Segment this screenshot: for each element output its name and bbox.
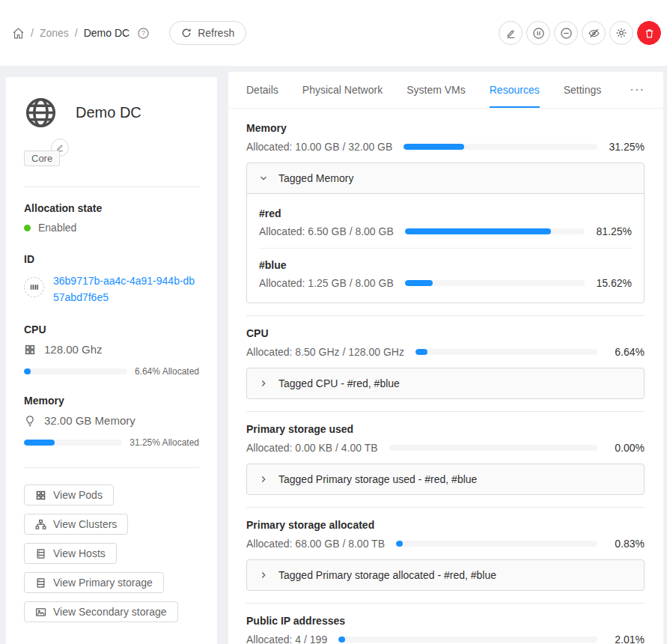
breadcrumb: / Zones / Demo DC ? Refresh [12,21,246,45]
allocation-row: Allocated: 68.00 GB / 8.00 TB 0.83% [246,538,645,550]
cpu-progress-bar [415,349,597,355]
tagged-storage-allocated-header[interactable]: Tagged Primary storage allocated - #red,… [247,560,644,590]
tab-settings[interactable]: Settings [564,72,602,108]
database-icon [35,548,46,559]
cluster-icon [35,519,46,530]
zone-id-link[interactable]: 36b9717b-aa4c-4a91-944b-db57abd7f6e5 [53,273,199,306]
red-progress-bar [405,228,585,234]
memory-percent-label: 31.25% Allocated [130,437,199,448]
zone-tags: Core [24,140,199,173]
resources-content: Memory Allocated: 10.00 GB / 32.00 GB 31… [228,109,663,644]
divider [24,186,199,187]
home-icon[interactable] [12,27,25,40]
button-label: View Primary storage [53,577,153,589]
zone-summary-card: Demo DC Core Allocation state Enabled ID… [6,77,217,644]
memory-progress [24,440,122,446]
hdd-icon [35,577,46,589]
section-title: Primary storage allocated [246,519,645,531]
breadcrumb-zones[interactable]: Zones [40,27,69,39]
allocation-text: Allocated: 4 / 199 [246,634,327,644]
tagged-storage-allocated-panel: Tagged Primary storage allocated - #red,… [246,559,645,591]
barcode-icon [24,277,44,297]
zone-head: Demo DC [24,96,199,130]
button-label: View Hosts [53,547,106,559]
edit-icon [505,28,517,39]
view-secondary-storage-button[interactable]: View Secondary storage [24,601,178,622]
cpu-value: 128.00 Ghz [44,343,103,356]
minus-circle-icon [560,27,573,40]
top-bar: / Zones / Demo DC ? Refresh [0,0,667,66]
allocation-row: Allocated: 0.00 KB / 4.00 TB 0.00% [246,442,645,454]
question-circle-icon[interactable]: ? [137,27,150,40]
allocation-text: Allocated: 0.00 KB / 4.00 TB [246,442,378,454]
divider [246,315,645,316]
refresh-button[interactable]: Refresh [169,21,246,45]
tab-system-vms[interactable]: System VMs [406,72,466,108]
allocation-state-value: Enabled [38,222,76,234]
allocation-text: Allocated: 1.25 GB / 8.00 GB [259,277,394,289]
chevron-down-icon [259,174,268,183]
edit-button[interactable] [499,21,523,45]
tab-bar: Details Physical Network System VMs Reso… [228,72,663,109]
tabs-more-button[interactable]: ··· [630,84,645,96]
memory-value: 32.00 GB Memory [44,414,135,427]
button-label: View Secondary storage [53,606,167,618]
appstore-icon [24,344,36,356]
section-title: Public IP addresses [246,615,645,627]
allocation-row: Allocated: 1.25 GB / 8.00 GB 15.62% [259,277,632,289]
panel-title: Tagged Primary storage used - #red, #blu… [278,473,477,485]
resource-section-memory: Memory Allocated: 10.00 GB / 32.00 GB 31… [246,122,645,303]
tagged-item-blue: #blue Allocated: 1.25 GB / 8.00 GB 15.62… [259,259,632,289]
view-hosts-button[interactable]: View Hosts [24,543,117,564]
allocation-state-label: Allocation state [24,202,199,214]
view-primary-storage-button[interactable]: View Primary storage [24,572,164,593]
allocation-row: Allocated: 10.00 GB / 32.00 GB 31.25% [246,141,645,153]
allocation-row: Allocated: 4 / 199 2.01% [246,634,645,644]
picture-icon [35,607,46,618]
allocation-row: Allocated: 8.50 GHz / 128.00 GHz 6.64% [246,346,645,358]
tagged-storage-used-header[interactable]: Tagged Primary storage used - #red, #blu… [247,464,644,494]
chevron-right-icon [259,475,268,484]
divider [246,507,645,508]
delete-button[interactable] [637,21,661,45]
pause-button[interactable] [526,21,550,45]
cpu-value-row: 128.00 Ghz [24,343,199,356]
allocation-text: Allocated: 68.00 GB / 8.00 TB [246,538,385,550]
memory-value-row: 32.00 GB Memory [24,414,199,427]
panel-title: Tagged Memory [278,172,353,184]
hide-button[interactable] [582,21,606,45]
resource-section-public-ip: Public IP addresses Allocated: 4 / 199 2… [246,615,645,644]
blue-progress-bar [405,280,585,286]
cpu-label: CPU [24,323,199,335]
percent-value: 6.64% [609,346,645,358]
section-title: CPU [246,327,645,339]
percent-value: 0.00% [609,442,645,454]
view-pods-button[interactable]: View Pods [24,484,114,505]
tag-name: #red [259,207,632,219]
cpu-percent-label: 6.64% Allocated [135,366,199,377]
view-clusters-button[interactable]: View Clusters [24,514,128,535]
settings-button[interactable] [609,21,633,45]
main-layout: Demo DC Core Allocation state Enabled ID… [0,66,667,644]
breadcrumb-separator: / [31,27,34,39]
breadcrumb-separator: / [75,27,78,39]
tag-name: #blue [259,259,632,271]
tagged-cpu-header[interactable]: Tagged CPU - #red, #blue [247,368,644,398]
panel-title: Tagged Primary storage allocated - #red,… [278,569,496,581]
chevron-right-icon [259,379,268,388]
breadcrumb-current: Demo DC [84,27,130,39]
public-ip-progress-bar [338,637,597,643]
zone-type-tag: Core [24,151,60,166]
trash-icon [644,28,655,39]
tagged-storage-used-panel: Tagged Primary storage used - #red, #blu… [246,464,645,495]
disable-button[interactable] [554,21,578,45]
tab-details[interactable]: Details [246,72,278,108]
globe-icon [24,96,58,130]
svg-text:?: ? [141,29,145,37]
tab-physical-network[interactable]: Physical Network [302,72,383,108]
eye-invisible-icon [588,27,600,40]
percent-value: 31.25% [609,141,645,153]
tab-resources[interactable]: Resources [490,72,540,108]
tagged-memory-header[interactable]: Tagged Memory [247,163,644,193]
id-label: ID [24,253,199,265]
